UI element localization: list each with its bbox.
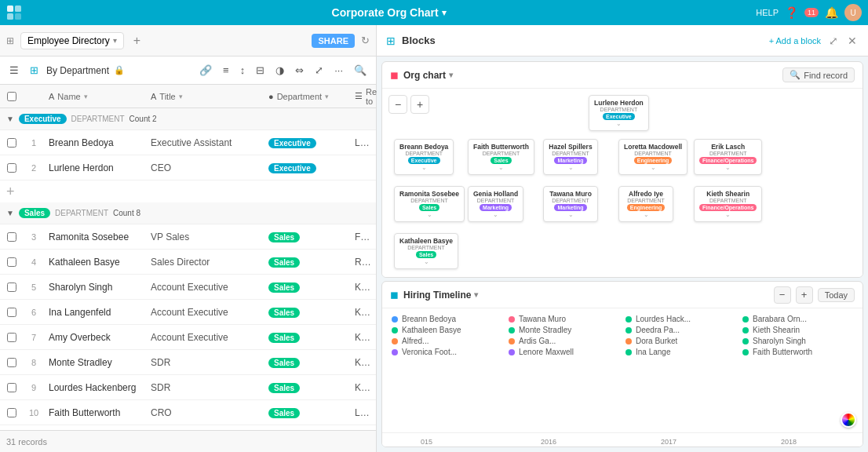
org-node[interactable]: Lurlene Herdon DEPARTMENT Executive ⌄	[589, 95, 649, 131]
row-checkbox[interactable]	[7, 383, 16, 392]
name-sort-icon[interactable]: ▾	[84, 93, 88, 100]
org-node-dept-label: DEPARTMENT	[399, 198, 459, 203]
row-checkbox[interactable]	[7, 282, 16, 292]
name-col-header[interactable]: A Name ▾	[44, 92, 146, 101]
timeline-zoom-out-button[interactable]: −	[774, 286, 791, 304]
org-node-chevron[interactable]: ⌄	[699, 164, 757, 171]
org-node[interactable]: Erik Lasch DEPARTMENT Finance/Operations…	[694, 139, 762, 175]
notification-badge[interactable]: 11	[804, 8, 819, 17]
timeline-zoom-in-button[interactable]: +	[796, 286, 813, 304]
more-icon[interactable]: ···	[331, 63, 346, 78]
org-node-chevron[interactable]: ⌄	[399, 211, 459, 218]
row-checkbox[interactable]	[7, 138, 16, 148]
title-dropdown-icon[interactable]: ▾	[442, 8, 447, 18]
row-title: Sales Director	[146, 257, 264, 268]
group-label[interactable]: By Department	[46, 65, 109, 76]
sheet-tab[interactable]: Employee Directory ▾	[20, 32, 124, 49]
zoom-in-button[interactable]: +	[410, 95, 429, 114]
timeline-dot	[625, 316, 632, 323]
table-row[interactable]: 6 Ina Langenfeld Account Executive Sales…	[0, 300, 376, 325]
row-checkbox[interactable]	[7, 408, 16, 417]
select-all-checkbox[interactable]	[7, 92, 16, 101]
row-reporting: Lurlene Herdon	[350, 137, 376, 148]
add-block-button[interactable]: + Add a block	[769, 36, 821, 46]
row-checkbox[interactable]	[7, 358, 16, 367]
table-row[interactable]: 9 Lourdes Hackenberg SDR Sales Kathaleen…	[0, 375, 376, 400]
history-icon[interactable]: ↻	[361, 35, 370, 46]
filter-icon[interactable]: ≡	[220, 63, 232, 78]
sort-icon[interactable]: ↕	[237, 63, 249, 78]
dept-sort-icon[interactable]: ▾	[325, 93, 329, 100]
title-col-header[interactable]: A Title ▾	[146, 92, 264, 101]
group-icon[interactable]: ⊞	[27, 63, 42, 78]
org-chart-dropdown-icon[interactable]: ▾	[449, 71, 453, 79]
row-number: 10	[24, 408, 44, 417]
zoom-out-button[interactable]: −	[388, 95, 407, 114]
title-sort-icon[interactable]: ▾	[179, 93, 183, 100]
table-row[interactable]: 8 Monte Stradley SDR Sales Kathaleen Bas…	[0, 350, 376, 375]
hide-icon[interactable]: ⊟	[253, 63, 268, 78]
org-node-chevron[interactable]: ⌄	[399, 164, 448, 171]
row-checkbox[interactable]	[7, 257, 16, 267]
org-node[interactable]: Kathaleen Basye DEPARTMENT Sales ⌄	[394, 233, 458, 269]
app-logo-icon[interactable]	[6, 5, 22, 20]
org-node-chevron[interactable]: ⌄	[699, 211, 757, 218]
sheet-tab-dropdown-icon[interactable]: ▾	[113, 36, 117, 45]
help-label[interactable]: HELP	[756, 8, 779, 17]
table-row[interactable]: 4 Kathaleen Basye Sales Director Sales R…	[0, 250, 376, 275]
row-dept: Sales	[264, 332, 350, 343]
table-row[interactable]: 1 Breann Bedoya Executive Assistant Exec…	[0, 130, 376, 155]
row-checkbox[interactable]	[7, 232, 16, 242]
group-expand-arrow[interactable]: ▼	[6, 209, 14, 217]
dept-col-header[interactable]: ● Department ▾	[264, 92, 350, 101]
table-row[interactable]: 10 Faith Butterworth CRO Sales Lurlene H…	[0, 400, 376, 425]
share-button[interactable]: SHARE	[312, 34, 355, 48]
org-node[interactable]: Ramonita Sosebee DEPARTMENT Sales ⌄	[394, 186, 465, 222]
find-record-button[interactable]: 🔍 Find record	[782, 67, 855, 82]
row-checkbox[interactable]	[7, 163, 16, 173]
link-icon[interactable]: 🔗	[196, 63, 215, 78]
org-node[interactable]: Alfredo Iye DEPARTMENT Engineering ⌄	[618, 186, 673, 222]
org-node-chevron[interactable]: ⌄	[624, 211, 668, 218]
avatar[interactable]: U	[844, 4, 862, 21]
org-node[interactable]: Faith Butterworth DEPARTMENT Sales ⌄	[468, 139, 534, 175]
search-icon[interactable]: 🔍	[351, 63, 370, 78]
org-node-chevron[interactable]: ⌄	[624, 164, 682, 171]
today-button[interactable]: Today	[818, 288, 855, 302]
org-node-chevron[interactable]: ⌄	[549, 211, 593, 218]
row-number: 9	[24, 383, 44, 392]
color-icon[interactable]: ◑	[272, 63, 287, 78]
add-row-button[interactable]: +	[0, 180, 376, 202]
table-row[interactable]: 2 Lurlene Herdon CEO Executive	[0, 155, 376, 180]
add-tab-icon[interactable]: +	[133, 34, 140, 48]
row-checkbox[interactable]	[7, 308, 16, 317]
notification-icon[interactable]: 🔔	[825, 6, 838, 19]
org-node[interactable]: Hazel Spillers DEPARTMENT Marketing ⌄	[543, 139, 598, 175]
group-expand-arrow[interactable]: ▼	[6, 115, 14, 123]
expand-blocks-icon[interactable]: ⤢	[827, 33, 840, 49]
timeline-dropdown-icon[interactable]: ▾	[474, 290, 478, 299]
wrap-icon[interactable]: ⇔	[292, 63, 307, 78]
group-header[interactable]: ▼ Executive DEPARTMENT Count 2	[0, 108, 376, 130]
org-node[interactable]: Genia Holland DEPARTMENT Marketing ⌄	[468, 186, 523, 222]
group-header[interactable]: ▼ Sales DEPARTMENT Count 8	[0, 202, 376, 224]
row-checkbox[interactable]	[7, 333, 16, 342]
org-node[interactable]: Breann Bedoya DEPARTMENT Executive ⌄	[394, 139, 454, 175]
expand-icon[interactable]: ⤢	[312, 63, 326, 78]
org-node-chevron[interactable]: ⌄	[399, 258, 453, 265]
table-row[interactable]: 3 Ramonita Sosebee VP Sales Sales Faith …	[0, 224, 376, 250]
table-row[interactable]: 5 Sharolyn Singh Account Executive Sales…	[0, 275, 376, 300]
menu-icon[interactable]: ☰	[6, 63, 22, 78]
org-node-chevron[interactable]: ⌄	[549, 164, 593, 171]
org-node-dept-label: DEPARTMENT	[473, 151, 529, 156]
org-node-chevron[interactable]: ⌄	[473, 164, 529, 171]
org-node[interactable]: Tawana Muro DEPARTMENT Marketing ⌄	[543, 186, 598, 222]
help-icon[interactable]: ❓	[785, 6, 798, 19]
timeline-person-cell: Dora Burket	[625, 337, 736, 345]
close-blocks-icon[interactable]: ✕	[846, 33, 859, 49]
org-node-chevron[interactable]: ⌄	[473, 211, 518, 218]
org-node-chevron[interactable]: ⌄	[594, 120, 644, 127]
table-row[interactable]: 7 Amy Overbeck Account Executive Sales K…	[0, 325, 376, 350]
org-node[interactable]: Kieth Shearin DEPARTMENT Finance/Operati…	[694, 186, 762, 222]
org-node[interactable]: Loretta Macdowell DEPARTMENT Engineering…	[618, 139, 687, 175]
